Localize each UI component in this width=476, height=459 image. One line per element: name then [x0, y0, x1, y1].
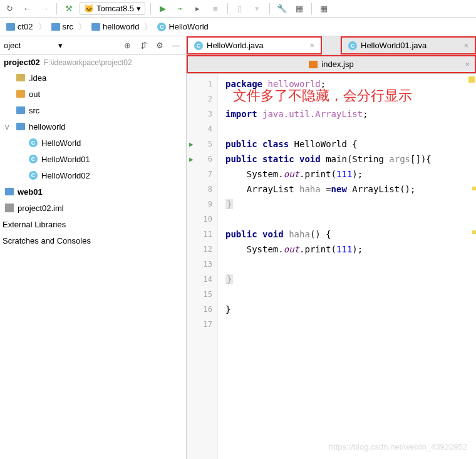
tree-label: src	[29, 106, 39, 115]
profiler-icon[interactable]: ▯	[233, 2, 247, 16]
code-line[interactable]	[225, 257, 476, 272]
minimize-icon[interactable]: —	[170, 39, 182, 52]
code-line[interactable]	[225, 212, 476, 227]
project-path: F:\ideaworkpace\project02	[44, 58, 132, 67]
back-icon[interactable]: ←	[20, 2, 34, 16]
tree-item[interactable]: CHelloWorld01	[3, 151, 184, 167]
warning-strip[interactable]	[472, 187, 476, 190]
module-item[interactable]: project02.iml	[3, 200, 184, 216]
scratches-consoles[interactable]: Scratches and Consoles	[0, 232, 186, 249]
folder-icon	[91, 23, 100, 31]
code-line[interactable]: ArrayList haha =new ArrayList();	[225, 182, 476, 197]
run-icon[interactable]: ▶	[156, 2, 170, 16]
code-line[interactable]: }	[225, 272, 476, 287]
run-config-selector[interactable]: 🐱 Tomcat8.5 ▾	[80, 2, 145, 15]
jsp-icon	[309, 61, 318, 68]
tomcat-icon: 🐱	[84, 4, 94, 13]
gutter-line[interactable]: 4	[187, 121, 217, 137]
run-gutter-icon[interactable]: ▶	[189, 140, 194, 148]
breadcrumb-label: ct02	[18, 22, 33, 31]
chevron-down-icon[interactable]: ▾	[58, 41, 63, 50]
debug-icon[interactable]: ⌁	[173, 2, 187, 16]
code-line[interactable]	[225, 121, 476, 137]
module-label: project02.iml	[18, 204, 64, 213]
code-content[interactable]: 文件多了不隐藏，会分行显示 package helloworld;import …	[218, 74, 476, 459]
expand-icon[interactable]: v	[5, 122, 13, 132]
iml-icon	[5, 204, 14, 212]
close-icon[interactable]: ×	[465, 59, 470, 69]
tree-item[interactable]: src	[3, 102, 184, 118]
gutter-line[interactable]: 13	[187, 257, 217, 272]
module-item[interactable]: web01	[3, 183, 184, 200]
breadcrumb-item[interactable]: helloworld	[88, 22, 143, 31]
gutter-line[interactable]: 14	[187, 272, 217, 287]
breadcrumb-item[interactable]: CHelloWorld	[153, 22, 212, 31]
warning-marker[interactable]	[468, 76, 475, 83]
breadcrumb-item[interactable]: ct02	[3, 22, 37, 31]
search-everywhere-icon[interactable]: ▦	[317, 2, 331, 16]
main-toolbar: ↻ ← → ⚒ 🐱 Tomcat8.5 ▾ ▶ ⌁ ▸ ■ ▯ ▾ 🔧 ▦ ▦	[0, 0, 476, 18]
code-line[interactable]: System.out.print(111);	[225, 242, 476, 257]
code-line[interactable]: public void haha() {	[225, 227, 476, 242]
code-line[interactable]: }	[225, 197, 476, 212]
gutter-line[interactable]: 1	[187, 76, 217, 91]
code-line[interactable]: }	[225, 302, 476, 317]
gutter-line[interactable]: 2	[187, 91, 217, 106]
gutter-line[interactable]: ▶5	[187, 137, 217, 152]
tree-item[interactable]: vhelloworld	[3, 118, 184, 135]
project-root[interactable]: project02 F:\ideaworkpace\project02	[0, 55, 186, 70]
code-line[interactable]: public class HelloWorld {	[225, 137, 476, 152]
gutter-line[interactable]: 15	[187, 287, 217, 302]
tree-item[interactable]: out	[3, 86, 184, 102]
stop-icon[interactable]: ■	[209, 2, 222, 16]
tab-label: index.jsp	[321, 59, 353, 69]
tree-item[interactable]: .idea	[3, 70, 184, 86]
project-name: project02	[4, 58, 40, 67]
warning-strip[interactable]	[472, 230, 476, 234]
refresh-icon[interactable]: ↻	[3, 2, 16, 16]
collapse-icon[interactable]: ⇵	[137, 39, 150, 52]
sidebar-title: oject	[4, 41, 54, 50]
gutter-line[interactable]: 17	[187, 317, 217, 332]
gutter-line[interactable]: 8	[187, 182, 217, 197]
run-gutter-icon[interactable]: ▶	[189, 155, 194, 163]
code-editor[interactable]: 1234▶5▶67891011121314151617 文件多了不隐藏，会分行显…	[187, 74, 476, 459]
close-icon[interactable]: ×	[309, 41, 314, 50]
project-tree: .ideaoutsrcvhelloworldCHelloWorldCHelloW…	[0, 70, 186, 183]
close-icon[interactable]: ×	[463, 41, 468, 50]
class-icon: C	[29, 155, 38, 163]
build-icon[interactable]: ⚒	[62, 2, 76, 16]
tree-item[interactable]: CHelloWorld	[3, 135, 184, 151]
gutter-line[interactable]: 3	[187, 106, 217, 121]
editor-tab[interactable]: CHelloWorld.java×	[187, 36, 322, 54]
gutter-line[interactable]: 12	[187, 242, 217, 257]
forward-icon[interactable]: →	[38, 2, 51, 16]
gutter-line[interactable]: 16	[187, 302, 217, 317]
code-line[interactable]	[225, 287, 476, 302]
gutter-line[interactable]: 10	[187, 212, 217, 227]
code-line[interactable]	[225, 317, 476, 332]
tab-label: HelloWorld.java	[207, 41, 264, 50]
project-structure-icon[interactable]: ▦	[292, 2, 306, 16]
gutter-line[interactable]: 9	[187, 197, 217, 212]
code-line[interactable]: System.out.print(111);	[225, 167, 476, 182]
target-icon[interactable]: ⊕	[121, 39, 133, 52]
code-line[interactable]: public static void main(String args[]){	[225, 152, 476, 167]
gear-icon[interactable]: ⚙	[153, 39, 166, 52]
gutter-line[interactable]: 11	[187, 227, 217, 242]
line-gutter: 1234▶5▶67891011121314151617	[187, 74, 218, 459]
tree-label: .idea	[29, 73, 46, 83]
gutter-line[interactable]: 7	[187, 167, 217, 182]
breadcrumb-item[interactable]: src	[48, 22, 77, 31]
external-libraries[interactable]: External Libraries	[0, 216, 186, 232]
settings-icon[interactable]: 🔧	[275, 2, 289, 16]
attach-icon[interactable]: ▾	[251, 2, 264, 16]
tab-index-jsp[interactable]: index.jsp ×	[187, 55, 476, 73]
gutter-line[interactable]: ▶6	[187, 152, 217, 167]
tree-item[interactable]: CHelloWorld02	[3, 167, 184, 183]
tree-label: HelloWorld	[41, 138, 81, 148]
editor-tab[interactable]: CHelloWorld01.java×	[341, 36, 476, 54]
tree-label: helloworld	[29, 122, 66, 132]
code-line[interactable]: import java.util.ArrayList;	[225, 106, 476, 121]
coverage-icon[interactable]: ▸	[191, 2, 205, 16]
